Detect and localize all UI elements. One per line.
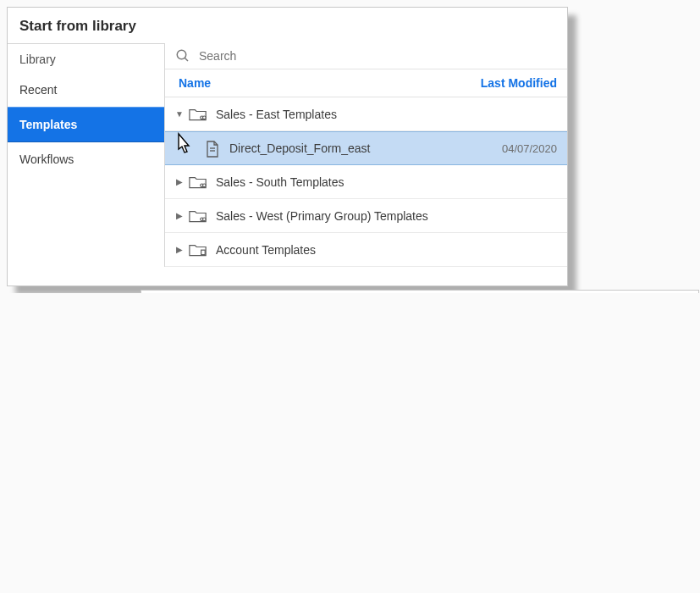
column-headers: Name Last Modified xyxy=(165,69,567,97)
folder-row[interactable]: ▶ Account Templates xyxy=(165,233,567,267)
item-date: 04/07/2020 xyxy=(502,142,557,155)
svg-point-3 xyxy=(202,115,206,119)
folder-people-icon xyxy=(189,208,207,224)
document-icon xyxy=(206,141,219,156)
svg-rect-10 xyxy=(201,250,206,254)
folder-row[interactable]: ▶ Sales - South Templates xyxy=(165,165,567,199)
sidebar: Library Recent Templates Workflows xyxy=(8,43,165,267)
search-icon xyxy=(175,48,190,64)
folder-label: Sales - South Templates xyxy=(216,175,557,189)
sidebar-item-workflows[interactable]: Workflows xyxy=(8,142,164,176)
library-dialog-templates: Start from library Library Recent Templa… xyxy=(7,7,568,286)
tree: ▼ Sales - East Templates Direct_Deposit_… xyxy=(165,97,567,267)
caret-right-icon[interactable]: ▶ xyxy=(175,177,184,186)
folder-people-icon xyxy=(189,175,207,190)
folder-people-icon xyxy=(189,107,207,122)
caret-right-icon[interactable]: ▶ xyxy=(175,211,184,220)
folder-label: Account Templates xyxy=(216,243,557,257)
sidebar-item-recent[interactable]: Recent xyxy=(8,73,164,107)
library-dialog-workflows: Start from library Library Recent Templa… xyxy=(141,290,699,293)
folder-label: Sales - West (Primary Group) Templates xyxy=(216,209,557,223)
sidebar-heading: Library xyxy=(8,44,164,73)
svg-point-0 xyxy=(177,50,186,59)
caret-right-icon[interactable]: ▶ xyxy=(175,245,184,254)
column-modified[interactable]: Last Modified xyxy=(481,76,557,90)
item-row-selected[interactable]: Direct_Deposit_Form_east 04/07/2020 xyxy=(165,131,567,165)
main-panel: Name Last Modified ▼ Sales - East Templa… xyxy=(165,43,567,267)
folder-row[interactable]: ▶ Sales - West (Primary Group) Templates xyxy=(165,199,567,233)
dialog-title: Start from library xyxy=(8,8,567,43)
folder-label: Sales - East Templates xyxy=(216,108,557,121)
dialog-title: Start from library xyxy=(141,291,698,293)
sidebar-item-templates[interactable]: Templates xyxy=(8,107,164,142)
search-input[interactable] xyxy=(199,49,557,63)
folder-org-icon xyxy=(189,242,207,258)
svg-point-9 xyxy=(202,217,206,220)
caret-down-icon[interactable]: ▼ xyxy=(175,109,184,119)
svg-line-1 xyxy=(185,58,188,61)
svg-point-7 xyxy=(202,183,206,186)
search-row xyxy=(165,43,567,69)
column-name[interactable]: Name xyxy=(179,76,211,90)
item-label: Direct_Deposit_Form_east xyxy=(229,141,502,155)
folder-row[interactable]: ▼ Sales - East Templates xyxy=(165,97,567,131)
